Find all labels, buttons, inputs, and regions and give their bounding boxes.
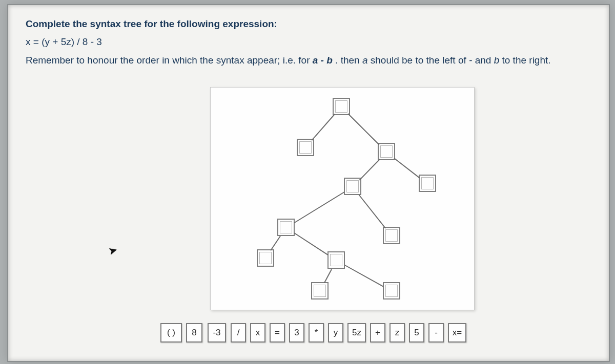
question-line3: Remember to honour the order in which th… [26, 53, 594, 68]
q3e: to the right. [502, 55, 550, 66]
draggable-token[interactable]: + [370, 323, 385, 342]
q3b: . then [335, 55, 362, 66]
tree-drop-node[interactable] [277, 219, 295, 236]
mouse-cursor-icon: ➤ [107, 243, 119, 258]
tree-edge [359, 159, 380, 180]
tree-edge [312, 114, 335, 141]
tree-drop-node[interactable] [419, 175, 436, 192]
tree-drop-node[interactable] [383, 227, 400, 244]
tree-drop-node[interactable] [257, 249, 274, 267]
draggable-token[interactable]: * [309, 323, 324, 342]
tree-edge [294, 233, 328, 256]
tree-drop-node[interactable] [297, 139, 314, 156]
drop-zone-inner [385, 285, 398, 297]
tree-edge [294, 191, 345, 223]
tree-drop-node[interactable] [327, 251, 345, 269]
question-line2: x = (y + 5z) / 8 - 3 [26, 34, 594, 49]
draggable-token[interactable]: 5 [409, 323, 424, 342]
tree-drop-node[interactable] [311, 282, 329, 299]
draggable-token[interactable]: x [250, 323, 265, 342]
draggable-token[interactable]: 5z [347, 323, 366, 342]
tree-drop-node[interactable] [378, 143, 395, 160]
question-page: Complete the syntax tree for the followi… [7, 4, 610, 362]
drop-zone-inner [385, 229, 398, 242]
drop-zone-inner [421, 177, 434, 189]
tree-edge [394, 158, 420, 178]
q3d: and [475, 55, 494, 66]
draggable-token[interactable]: = [270, 323, 285, 342]
tree-edge [344, 265, 383, 287]
tree-edge [348, 114, 380, 146]
draggable-token[interactable]: y [328, 323, 343, 342]
drop-zone-inner [280, 221, 292, 233]
draggable-token[interactable]: / [231, 323, 246, 342]
q3i2: a [362, 55, 368, 66]
tree-drop-node[interactable] [383, 282, 400, 299]
drop-zone-inner [380, 145, 393, 158]
drop-zone-inner [330, 254, 342, 266]
q3a: Remember to honour the order in which th… [26, 55, 313, 66]
drop-zone-inner [314, 285, 326, 297]
syntax-tree-diagram [210, 87, 475, 310]
drop-zone-inner [346, 180, 359, 192]
draggable-token[interactable]: 3 [289, 323, 304, 342]
draggable-token[interactable]: z [389, 323, 405, 342]
drop-zone-inner [299, 141, 312, 154]
drop-zone-inner [259, 252, 272, 264]
tree-edge [324, 269, 332, 283]
q3c: should be to the left of [371, 55, 469, 66]
draggable-token[interactable]: 8 [186, 323, 202, 342]
q3i4: b [494, 55, 500, 66]
tree-drop-node[interactable] [333, 98, 350, 115]
question-text: Complete the syntax tree for the followi… [26, 16, 594, 68]
tree-drop-node[interactable] [344, 178, 361, 195]
draggable-token[interactable]: x= [448, 323, 466, 342]
draggable-token[interactable]: ( ) [160, 323, 182, 342]
q3i1: a - b [313, 55, 333, 66]
q3i3: - [469, 55, 472, 66]
draggable-token[interactable]: -3 [208, 323, 226, 342]
tree-edge [358, 194, 386, 228]
draggable-token[interactable]: - [428, 323, 444, 342]
question-line1: Complete the syntax tree for the followi… [26, 16, 594, 31]
tree-edge [271, 235, 281, 250]
drop-zone-inner [335, 100, 347, 113]
token-bank: ( )8-3/x=3*y5z+z5-x= [160, 323, 519, 348]
